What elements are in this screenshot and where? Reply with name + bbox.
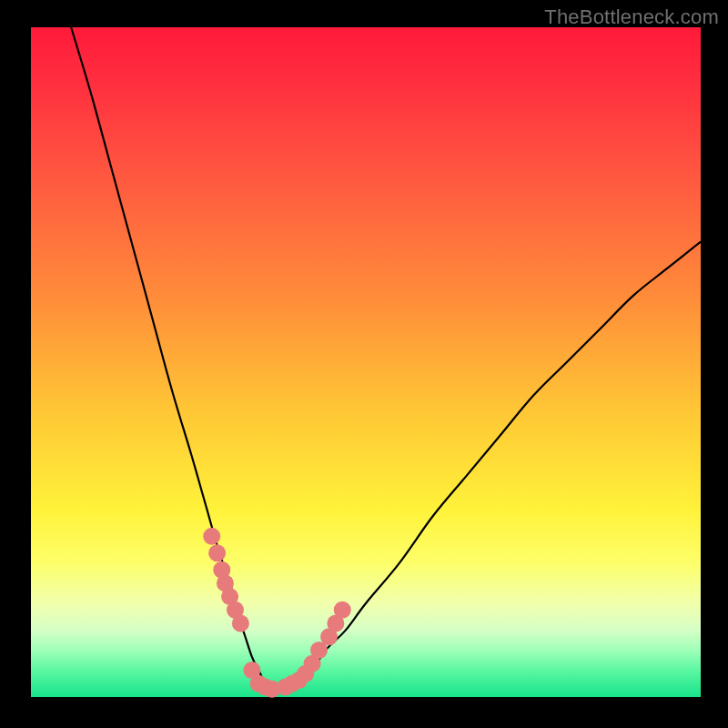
curve-layer	[31, 27, 701, 697]
marker-dot	[208, 544, 226, 561]
highlight-markers	[203, 528, 351, 698]
marker-dot	[203, 528, 220, 545]
watermark-text: TheBottleneck.com	[544, 5, 719, 29]
marker-dot	[334, 602, 351, 619]
marker-dot	[232, 615, 249, 632]
bottleneck-curve	[71, 27, 701, 691]
outer-frame: TheBottleneck.com	[0, 0, 728, 728]
plot-area	[31, 27, 701, 697]
